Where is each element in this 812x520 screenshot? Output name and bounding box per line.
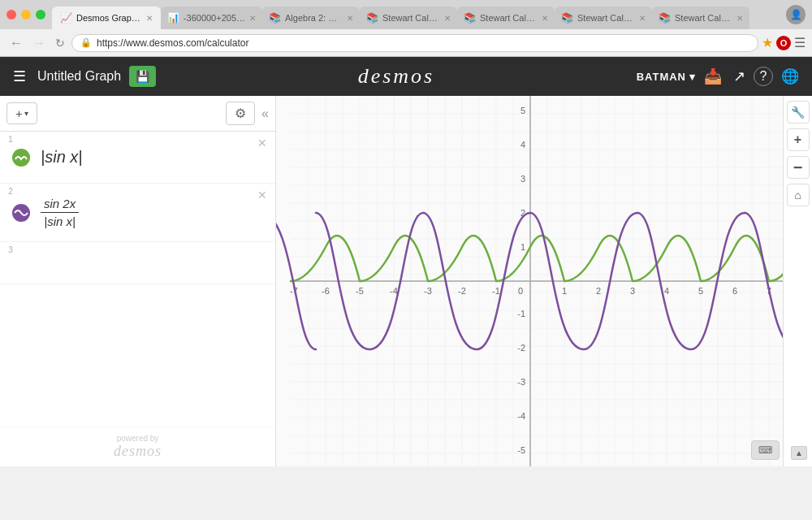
expression-row-2[interactable]: 2 sin 2x |sin x| ✕	[0, 184, 275, 242]
tab-stewart1[interactable]: 📚 Stewart Calc… ✕	[360, 6, 457, 29]
graph-area[interactable]: -6 -5 -4 -3 -2 -1 0 1 2 3 4 5 6 7 -7	[276, 96, 812, 466]
svg-text:2: 2	[596, 286, 601, 296]
expression-icon-1[interactable]	[5, 148, 37, 167]
expression-toolbar: + ▾ ⚙ «	[0, 96, 275, 132]
traffic-light-red[interactable]	[6, 10, 16, 20]
tab-close-icon[interactable]: ✕	[444, 14, 451, 23]
share-button[interactable]: ↗	[730, 66, 749, 87]
svg-text:-5: -5	[517, 445, 525, 455]
keyboard-button[interactable]: ⌨	[751, 440, 780, 460]
expression-icon-2[interactable]	[5, 203, 37, 223]
tab-stewart4[interactable]: 📚 Stewart Calc… ✕	[652, 6, 749, 29]
tab-close-icon[interactable]: ✕	[639, 14, 646, 23]
keyboard-icon: ⌨	[758, 444, 772, 456]
tab-favicon: 📚	[366, 12, 378, 24]
app: ☰ Untitled Graph 💾 desmos BATMAN ▾ 📥 ↗ ?…	[0, 57, 812, 466]
tab-title: Stewart Calc…	[577, 13, 635, 23]
wrench-tool-button[interactable]: 🔧	[787, 101, 810, 124]
tab-favicon: 📚	[659, 12, 671, 24]
zoom-out-button[interactable]: −	[787, 156, 810, 179]
tab-close-icon[interactable]: ✕	[249, 14, 256, 23]
hamburger-button[interactable]: ☰	[10, 64, 29, 89]
svg-text:1: 1	[562, 286, 567, 296]
home-button[interactable]: ⌂	[787, 184, 810, 206]
expression-content-2: sin 2x |sin x|	[37, 190, 275, 235]
chevron-down-icon: ▾	[24, 109, 28, 118]
tab-title: -360000+205…	[184, 13, 245, 23]
header-right: BATMAN ▾ 📥 ↗ ? 🌐	[637, 66, 802, 87]
tab-close-icon[interactable]: ✕	[736, 14, 743, 23]
tab-title: Stewart Calc…	[480, 13, 538, 23]
expression-row-3[interactable]: 3	[0, 242, 275, 284]
tab-desmos[interactable]: 📈 Desmos Grap… ✕	[52, 6, 161, 29]
chevron-down-icon: ▾	[689, 71, 696, 83]
browser-window: 📈 Desmos Grap… ✕ 📊 -360000+205… ✕ 📚 Alge…	[0, 0, 812, 57]
svg-text:-3: -3	[424, 286, 432, 296]
svg-text:0: 0	[518, 286, 523, 296]
svg-text:3: 3	[630, 286, 635, 296]
settings-button[interactable]: ⚙	[226, 102, 255, 125]
expression-formula-1: |sin x|	[41, 148, 83, 167]
refresh-button[interactable]: ↻	[52, 35, 68, 51]
svg-text:-4: -4	[517, 411, 525, 421]
traffic-light-yellow[interactable]	[21, 10, 31, 20]
powered-by-text: powered by	[114, 434, 162, 443]
powered-by-logo: desmos	[114, 443, 162, 459]
tab-calc1[interactable]: 📊 -360000+205… ✕	[161, 6, 262, 29]
svg-text:6: 6	[732, 286, 737, 296]
tab-algebra[interactable]: 📚 Algebra 2: Ho… ✕	[262, 6, 360, 29]
tab-title: Algebra 2: Ho…	[285, 13, 343, 23]
tab-favicon: 📈	[60, 12, 72, 24]
nav-bar: ← → ↻ 🔒 https://www.desmos.com/calculato…	[0, 29, 812, 57]
scroll-up-button[interactable]: ▲	[791, 446, 807, 460]
expression-list: 1 |sin x| ✕ 2	[0, 132, 275, 427]
tab-stewart3[interactable]: 📚 Stewart Calc… ✕	[555, 6, 652, 29]
save-account-button[interactable]: 📥	[701, 66, 725, 87]
user-button[interactable]: BATMAN ▾	[637, 71, 696, 83]
svg-text:3: 3	[520, 174, 525, 184]
address-bar[interactable]: 🔒 https://www.desmos.com/calculator	[71, 34, 758, 52]
opera-icon[interactable]: O	[776, 36, 791, 50]
expression-row-1[interactable]: 1 |sin x| ✕	[0, 132, 275, 184]
expression-color-icon-1	[11, 148, 31, 167]
expression-color-icon-2	[11, 203, 31, 223]
expression-close-2[interactable]: ✕	[257, 188, 267, 202]
menu-icon[interactable]: ☰	[794, 35, 806, 50]
help-button[interactable]: ?	[754, 67, 773, 86]
svg-text:-4: -4	[390, 286, 398, 296]
star-icon[interactable]: ★	[762, 35, 773, 50]
tab-close-icon[interactable]: ✕	[146, 14, 153, 23]
collapse-panel-button[interactable]: «	[261, 106, 269, 121]
svg-text:-2: -2	[517, 343, 525, 353]
expression-fraction-2: sin 2x |sin x|	[41, 197, 79, 228]
tab-stewart2[interactable]: 📚 Stewart Calc… ✕	[457, 6, 555, 29]
tab-close-icon[interactable]: ✕	[542, 14, 548, 23]
plus-icon: +	[15, 106, 23, 120]
header-center: desmos	[164, 64, 628, 89]
expression-number-3: 3	[3, 245, 18, 254]
address-text: https://www.desmos.com/calculator	[97, 37, 749, 49]
app-header: ☰ Untitled Graph 💾 desmos BATMAN ▾ 📥 ↗ ?…	[0, 57, 812, 96]
traffic-light-green[interactable]	[36, 10, 45, 20]
tab-bar: 📈 Desmos Grap… ✕ 📊 -360000+205… ✕ 📚 Alge…	[0, 0, 812, 29]
forward-button[interactable]: →	[29, 34, 49, 52]
tab-favicon: 📚	[269, 12, 281, 24]
tab-favicon: 📊	[167, 12, 179, 24]
svg-text:-2: -2	[458, 286, 466, 296]
tab-close-icon[interactable]: ✕	[347, 14, 353, 23]
fraction-denominator: |sin x|	[41, 214, 79, 228]
svg-text:-3: -3	[517, 377, 525, 387]
tab-profile[interactable]: 👤	[780, 0, 812, 29]
add-expression-button[interactable]: + ▾	[6, 102, 37, 124]
zoom-in-button[interactable]: +	[787, 128, 810, 151]
svg-point-0	[12, 149, 30, 167]
expression-content-1: |sin x|	[37, 141, 275, 173]
panel-footer: powered by desmos	[0, 427, 275, 466]
back-button[interactable]: ←	[6, 34, 26, 52]
expression-close-1[interactable]: ✕	[257, 136, 267, 150]
svg-text:-1: -1	[492, 286, 500, 296]
graph-title: Untitled Graph	[37, 69, 121, 84]
svg-text:4: 4	[664, 286, 669, 296]
save-button[interactable]: 💾	[129, 66, 156, 87]
global-button[interactable]: 🌐	[778, 66, 802, 87]
